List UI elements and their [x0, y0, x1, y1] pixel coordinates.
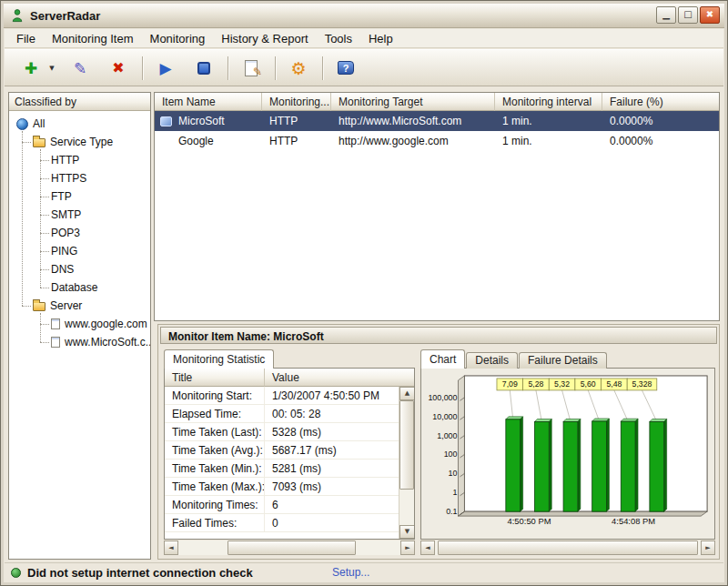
- chart-pane: Chart Details Failure Details 100,00010,…: [420, 349, 715, 555]
- stat-value: 0: [265, 517, 399, 530]
- scrollbar-track[interactable]: [178, 541, 400, 555]
- stats-row: Time Taken (Min.): 5281 (ms): [165, 460, 399, 478]
- column-header-monitoring-target[interactable]: Monitoring Target: [331, 93, 495, 111]
- scrollbar-thumb[interactable]: [399, 400, 414, 490]
- table-row-microsoft[interactable]: MicroSoft HTTP http://www.MicroSoft.com …: [155, 111, 719, 131]
- folder-icon: [33, 138, 46, 147]
- tree-item-label: FTP: [51, 190, 72, 203]
- tree-item-label: SMTP: [51, 208, 81, 221]
- stats-horizontal-scrollbar[interactable]: ◄ ►: [164, 541, 415, 555]
- detail-panel: Monitor Item Name: MicroSoft Monitoring …: [157, 324, 720, 560]
- response-time-chart: 100,00010,0001,0001001010.17,095,285,325…: [420, 368, 715, 540]
- column-header-value[interactable]: Value: [265, 369, 414, 387]
- maximize-button[interactable]: □: [678, 6, 698, 24]
- tree-item-service-type[interactable]: Service Type: [9, 133, 150, 151]
- svg-text:1: 1: [453, 488, 458, 497]
- stat-title: Elapsed Time:: [165, 405, 265, 422]
- table-row-google[interactable]: Google HTTP http://www.google.com 1 min.…: [155, 131, 719, 151]
- stat-title: Failed Times:: [165, 514, 265, 531]
- gear-icon: ⚙: [290, 58, 306, 78]
- statusbar: Did not setup internet connection check …: [5, 562, 723, 581]
- scrollbar-thumb[interactable]: [228, 541, 357, 555]
- column-header-monitoring-interval[interactable]: Monitoring interval: [495, 93, 602, 111]
- menu-history-report[interactable]: History & Report: [213, 30, 316, 47]
- scrollbar-thumb[interactable]: [438, 541, 698, 555]
- stop-monitoring-button[interactable]: [188, 55, 219, 82]
- settings-button[interactable]: ⚙: [283, 55, 314, 82]
- chart-horizontal-scrollbar[interactable]: ◄ ►: [420, 541, 715, 555]
- tree-item-https[interactable]: HTTPS: [9, 169, 150, 187]
- scrollbar-track[interactable]: [435, 541, 701, 555]
- report-icon: ✎: [245, 60, 258, 76]
- stat-value: 5281 (ms): [265, 462, 399, 475]
- list-header: Item Name Monitoring... Monitoring Targe…: [155, 93, 719, 111]
- tab-monitoring-statistic[interactable]: Monitoring Statistic: [164, 349, 274, 369]
- plus-icon: ✚: [25, 59, 37, 77]
- stats-row: Monitoring Times: 6: [165, 496, 399, 514]
- page-icon: [51, 318, 60, 329]
- titlebar: ServerRadar ▁ □ ✖: [4, 4, 724, 28]
- item-name-label: Google: [178, 135, 214, 147]
- toolbar-separator: [228, 56, 229, 80]
- column-header-item-name[interactable]: Item Name: [155, 93, 262, 111]
- svg-text:100,000: 100,000: [428, 393, 457, 402]
- start-monitoring-button[interactable]: ▶: [150, 55, 181, 82]
- tree-item-label: HTTP: [51, 154, 79, 167]
- scroll-left-icon[interactable]: ◄: [420, 541, 435, 555]
- close-button[interactable]: ✖: [700, 6, 720, 24]
- stat-title: Time Taken (Avg.):: [165, 441, 265, 459]
- tree-item-database[interactable]: Database: [9, 278, 150, 297]
- scroll-right-icon[interactable]: ►: [701, 541, 715, 555]
- scrollbar-track[interactable]: [399, 400, 414, 525]
- report-button[interactable]: ✎: [236, 55, 267, 82]
- scroll-right-icon[interactable]: ►: [400, 541, 415, 555]
- scroll-left-icon[interactable]: ◄: [164, 541, 178, 555]
- tree-item-ping[interactable]: PING: [9, 242, 150, 260]
- delete-icon: ✖: [112, 59, 124, 76]
- toolbar: ✚ ▼ ✎ ✖ ▶ ✎ ⚙ ?: [5, 49, 723, 86]
- tree-item-pop3[interactable]: POP3: [9, 224, 150, 242]
- svg-text:5,32: 5,32: [554, 379, 570, 389]
- add-monitor-button[interactable]: ✚: [15, 55, 46, 82]
- setup-link[interactable]: Setup...: [332, 566, 369, 579]
- delete-monitor-button[interactable]: ✖: [103, 55, 134, 82]
- stat-value: 5328 (ms): [265, 426, 399, 439]
- tree-item-label: Service Type: [50, 136, 113, 148]
- tree-item-server[interactable]: Server: [9, 297, 150, 315]
- stop-icon: [197, 62, 210, 75]
- tab-chart[interactable]: Chart: [420, 349, 465, 369]
- column-header-title[interactable]: Title: [165, 369, 265, 387]
- tree-item-smtp[interactable]: SMTP: [9, 206, 150, 224]
- tab-failure-details[interactable]: Failure Details: [519, 352, 607, 369]
- cell-monitoring-type: HTTP: [262, 115, 331, 127]
- tree-item-http[interactable]: HTTP: [9, 151, 150, 169]
- svg-text:10,000: 10,000: [432, 412, 457, 421]
- menu-help[interactable]: Help: [360, 30, 401, 47]
- stat-value: 6: [265, 499, 399, 511]
- item-name-label: MicroSoft: [178, 115, 225, 127]
- column-header-monitoring-type[interactable]: Monitoring...: [262, 93, 331, 111]
- column-header-failure[interactable]: Failure (%): [602, 93, 719, 111]
- tree-item-all[interactable]: All: [9, 115, 150, 133]
- svg-text:100: 100: [444, 450, 458, 459]
- stat-value: 00: 05: 28: [265, 408, 399, 420]
- scroll-up-icon[interactable]: ▲: [399, 387, 415, 400]
- menu-monitoring-item[interactable]: Monitoring Item: [44, 30, 142, 47]
- scroll-down-icon[interactable]: ▼: [399, 525, 415, 539]
- stats-vertical-scrollbar[interactable]: ▲ ▼: [399, 387, 414, 539]
- tab-details[interactable]: Details: [466, 352, 518, 369]
- tree-item-www-google-com[interactable]: www.google.com: [9, 315, 150, 333]
- status-message: Did not setup internet connection check: [27, 566, 253, 580]
- tree-item-ftp[interactable]: FTP: [9, 187, 150, 206]
- help-button[interactable]: ?: [330, 55, 361, 82]
- minimize-button[interactable]: ▁: [656, 6, 676, 24]
- menu-file[interactable]: File: [8, 30, 44, 47]
- add-monitor-dropdown[interactable]: ▼: [46, 55, 57, 82]
- tree-item-dns[interactable]: DNS: [9, 260, 150, 278]
- tree-item-www-microsoft-com[interactable]: www.MicroSoft.c...: [9, 333, 150, 351]
- tree-item-label: POP3: [51, 227, 80, 239]
- menu-monitoring[interactable]: Monitoring: [142, 30, 214, 47]
- menu-tools[interactable]: Tools: [317, 30, 360, 47]
- folder-icon: [33, 302, 46, 311]
- edit-monitor-button[interactable]: ✎: [65, 55, 96, 82]
